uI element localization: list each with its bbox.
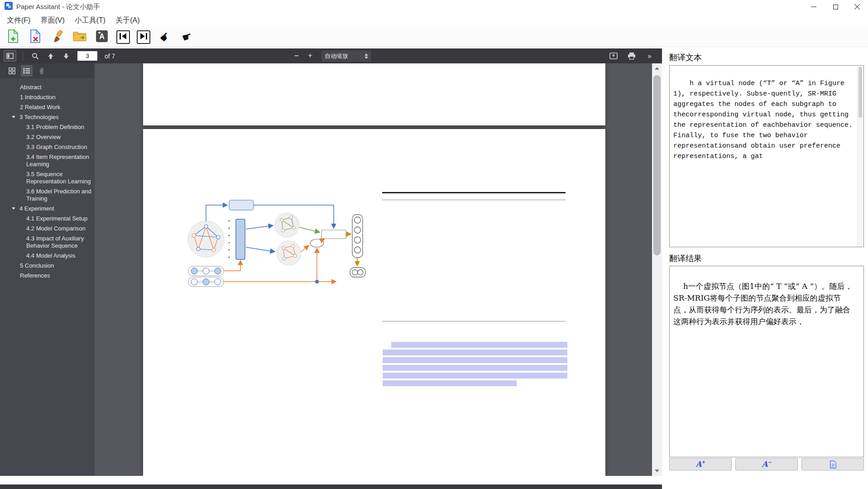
arrow-up-icon bbox=[48, 53, 54, 59]
outline-item-graph-construction[interactable]: 3.3 Graph Construction bbox=[0, 142, 95, 152]
pdf-viewer: of 7 − + 自动缩放 » bbox=[0, 48, 662, 489]
scroll-down-icon[interactable] bbox=[655, 470, 659, 472]
minimize-button[interactable] bbox=[803, 0, 825, 14]
source-text-area[interactable]: h a virtual node (“T” or “A” in Figure 1… bbox=[669, 65, 864, 247]
translate-icon: A bbox=[96, 30, 108, 44]
menu-file[interactable]: 文件(F) bbox=[2, 14, 35, 27]
font-decrease-button[interactable]: A− bbox=[735, 458, 798, 470]
select-tool-button[interactable]: ☛ bbox=[179, 29, 195, 45]
page-view-area[interactable] bbox=[95, 63, 662, 476]
caret-down-icon[interactable] bbox=[12, 207, 15, 210]
highlight-row bbox=[391, 342, 567, 348]
pdf-toolbar: of 7 − + 自动缩放 » bbox=[0, 48, 662, 63]
textarea-scrollbar[interactable] bbox=[857, 66, 863, 246]
hand-pointer-icon: ☛ bbox=[157, 29, 173, 45]
hand-select-icon: ☛ bbox=[180, 29, 194, 45]
window-bottom-bar bbox=[0, 484, 662, 489]
previous-match-button[interactable] bbox=[45, 50, 57, 62]
outline-item-problem-definition[interactable]: 3.1 Problem Definition bbox=[0, 122, 95, 132]
menu-about[interactable]: 关于(A) bbox=[110, 14, 144, 27]
attachments-view-button[interactable] bbox=[36, 65, 48, 77]
highlight-row bbox=[383, 373, 567, 379]
caret-down-icon[interactable] bbox=[12, 116, 15, 118]
result-text-area[interactable]: h一个虚拟节点（图1中的“ T ”或“ A ”）。随后，SR-MRIG将每个子图… bbox=[669, 266, 864, 457]
presentation-icon bbox=[609, 53, 618, 59]
outline-item-experimental-setup[interactable]: 4.1 Experimental Setup bbox=[0, 214, 95, 224]
document-outline: Abstract 1 Introduction 2 Related Work 3… bbox=[0, 78, 95, 281]
print-icon bbox=[628, 52, 636, 60]
close-document-button[interactable] bbox=[28, 29, 43, 45]
zoom-out-button[interactable]: − bbox=[291, 50, 302, 62]
page-first-icon bbox=[119, 32, 128, 42]
highlight-row bbox=[383, 380, 517, 386]
translate-tool-button[interactable]: A bbox=[94, 29, 110, 45]
outline-item-abstract[interactable]: Abstract bbox=[0, 82, 95, 92]
table-top-rule bbox=[382, 192, 566, 193]
clean-button[interactable] bbox=[50, 29, 65, 45]
outline-item-model-comparison[interactable]: 4.2 Model Comparison bbox=[0, 224, 95, 234]
scroll-up-icon[interactable] bbox=[655, 67, 659, 70]
pdf-sidebar: Abstract 1 Introduction 2 Related Work 3… bbox=[0, 63, 95, 476]
next-page-button[interactable] bbox=[137, 30, 150, 44]
open-folder-button[interactable] bbox=[72, 29, 87, 45]
thumbnails-view-button[interactable] bbox=[6, 65, 18, 77]
window-controls bbox=[803, 0, 868, 14]
menu-view[interactable]: 界面(V) bbox=[35, 14, 69, 27]
pdf-page-current[interactable] bbox=[143, 129, 605, 476]
thumbnails-icon bbox=[9, 67, 15, 74]
outline-item-overview[interactable]: 3.2 Overview bbox=[0, 132, 95, 142]
pdf-page-previous[interactable] bbox=[143, 63, 605, 125]
highlight-row bbox=[383, 365, 567, 371]
document-icon bbox=[830, 460, 836, 469]
close-button[interactable] bbox=[846, 0, 868, 14]
highlight-row bbox=[383, 350, 567, 355]
menu-bar: 文件(F) 界面(V) 小工具(T) 关于(A) bbox=[0, 14, 868, 27]
sidebar-toggle-button[interactable] bbox=[4, 50, 16, 62]
outline-item-experiment[interactable]: 4 Experiment bbox=[0, 204, 95, 214]
outline-item-model-prediction[interactable]: 3.6 Model Prediction and Training bbox=[0, 187, 95, 204]
textarea-scrollbar-thumb[interactable] bbox=[858, 67, 862, 118]
zoom-select[interactable]: 自动缩放 bbox=[321, 51, 371, 62]
outline-item-sequence-representation[interactable]: 3.5 Sequence Representation Learning bbox=[0, 169, 95, 187]
outline-item-impact-auxiliary[interactable]: 4.3 Impact of Auxiliary Behavior Sequenc… bbox=[0, 234, 95, 251]
outline-item-related-work[interactable]: 2 Related Work bbox=[0, 102, 95, 112]
page-last-icon bbox=[139, 32, 148, 42]
translation-buttons: A+ A− bbox=[669, 458, 864, 470]
maximize-button[interactable] bbox=[825, 0, 846, 14]
outline-item-conclusion[interactable]: 5 Conclusion bbox=[0, 261, 95, 271]
click-tool-button[interactable]: ☛ bbox=[157, 29, 173, 45]
svg-text:A: A bbox=[99, 33, 105, 40]
pdf-figure-model-diagram bbox=[187, 197, 377, 292]
print-button[interactable] bbox=[626, 50, 638, 62]
menu-tools[interactable]: 小工具(T) bbox=[70, 14, 110, 27]
presentation-mode-button[interactable] bbox=[608, 50, 619, 62]
zoom-spinner-icon bbox=[361, 53, 368, 59]
page-number-input[interactable] bbox=[77, 51, 97, 61]
translation-panel: 翻译文本 h a virtual node (“T” or “A” in Fig… bbox=[662, 48, 868, 489]
outline-item-introduction[interactable]: 1 Introduction bbox=[0, 92, 95, 102]
paperclip-icon bbox=[38, 67, 45, 75]
double-chevron-icon: » bbox=[647, 52, 652, 60]
search-button[interactable] bbox=[29, 50, 41, 62]
search-icon bbox=[32, 53, 39, 60]
more-tools-button[interactable]: » bbox=[644, 50, 656, 62]
previous-page-button[interactable] bbox=[116, 30, 130, 44]
copy-result-button[interactable] bbox=[801, 458, 864, 470]
font-increase-button[interactable]: A+ bbox=[669, 458, 732, 470]
new-document-button[interactable] bbox=[5, 29, 21, 45]
arrow-down-icon bbox=[63, 53, 69, 59]
brush-icon bbox=[51, 30, 64, 44]
close-document-icon bbox=[29, 29, 41, 45]
table-header-rule bbox=[382, 200, 566, 200]
viewer-scrollbar-thumb[interactable] bbox=[653, 75, 661, 255]
next-match-button[interactable] bbox=[60, 50, 72, 62]
outline-item-model-analysis[interactable]: 4.4 Model Analysis bbox=[0, 251, 95, 261]
outline-item-technologies[interactable]: 3 Technologies bbox=[0, 112, 95, 122]
outline-view-button[interactable] bbox=[21, 65, 33, 77]
result-text: h一个虚拟节点（图1中的“ T ”或“ A ”）。随后，SR-MRIG将每个子图… bbox=[673, 282, 852, 326]
outline-item-references[interactable]: References bbox=[0, 271, 95, 281]
viewer-scrollbar[interactable] bbox=[652, 63, 662, 476]
zoom-in-button[interactable]: + bbox=[304, 50, 316, 62]
outline-item-item-representation[interactable]: 3.4 Item Representation Learning bbox=[0, 152, 95, 169]
new-document-icon bbox=[7, 29, 19, 45]
